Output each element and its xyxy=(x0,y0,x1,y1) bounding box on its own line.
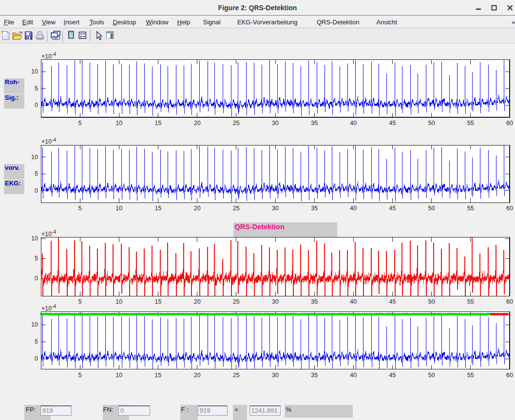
svg-text:30: 30 xyxy=(272,298,279,305)
svg-text:0: 0 xyxy=(35,102,38,109)
svg-text:0: 0 xyxy=(35,355,38,362)
svg-text:60: 60 xyxy=(506,120,513,127)
svg-text:15: 15 xyxy=(155,205,162,212)
svg-text:55: 55 xyxy=(467,120,474,127)
svg-text:55: 55 xyxy=(467,205,474,212)
svg-text:5: 5 xyxy=(35,85,38,92)
svg-text:10: 10 xyxy=(31,154,38,161)
svg-text:25: 25 xyxy=(233,120,240,127)
svg-text:60: 60 xyxy=(506,372,513,379)
svg-text:45: 45 xyxy=(389,372,396,379)
svg-text:25: 25 xyxy=(233,372,240,379)
svg-text:25: 25 xyxy=(233,298,240,305)
svg-text:10: 10 xyxy=(115,120,122,127)
svg-text:5: 5 xyxy=(35,170,38,177)
svg-text:20: 20 xyxy=(194,205,201,212)
svg-text:0: 0 xyxy=(35,187,38,194)
svg-text:5: 5 xyxy=(35,338,38,345)
svg-text:10: 10 xyxy=(31,321,38,328)
svg-text:50: 50 xyxy=(428,120,435,127)
svg-text:0: 0 xyxy=(35,275,38,282)
svg-text:35: 35 xyxy=(311,298,318,305)
svg-text:35: 35 xyxy=(311,120,318,127)
svg-text:35: 35 xyxy=(311,372,318,379)
svg-text:25: 25 xyxy=(233,205,240,212)
svg-text:30: 30 xyxy=(272,372,279,379)
svg-text:15: 15 xyxy=(155,372,162,379)
svg-text:40: 40 xyxy=(350,372,357,379)
svg-text:50: 50 xyxy=(428,298,435,305)
svg-text:×10-4: ×10-4 xyxy=(41,137,57,146)
svg-text:×10-4: ×10-4 xyxy=(41,304,57,312)
svg-text:15: 15 xyxy=(155,298,162,305)
svg-text:50: 50 xyxy=(428,205,435,212)
svg-text:60: 60 xyxy=(506,205,513,212)
svg-text:15: 15 xyxy=(155,120,162,127)
svg-text:45: 45 xyxy=(389,205,396,212)
svg-text:20: 20 xyxy=(194,372,201,379)
svg-text:40: 40 xyxy=(350,205,357,212)
svg-text:20: 20 xyxy=(194,120,201,127)
svg-text:50: 50 xyxy=(428,372,435,379)
svg-text:55: 55 xyxy=(467,298,474,305)
svg-text:10: 10 xyxy=(31,68,38,75)
svg-text:5: 5 xyxy=(78,205,82,212)
svg-text:×10-4: ×10-4 xyxy=(41,52,57,60)
svg-text:40: 40 xyxy=(350,120,357,127)
svg-text:×10-4: ×10-4 xyxy=(41,229,57,237)
svg-text:55: 55 xyxy=(467,372,474,379)
svg-text:5: 5 xyxy=(78,372,82,379)
svg-text:45: 45 xyxy=(389,298,396,305)
svg-text:35: 35 xyxy=(311,205,318,212)
svg-text:30: 30 xyxy=(272,205,279,212)
svg-text:45: 45 xyxy=(389,120,396,127)
svg-text:5: 5 xyxy=(35,255,38,262)
svg-text:40: 40 xyxy=(350,298,357,305)
svg-text:10: 10 xyxy=(115,372,122,379)
svg-text:5: 5 xyxy=(78,298,82,305)
svg-text:10: 10 xyxy=(31,235,38,242)
svg-text:60: 60 xyxy=(506,298,513,305)
svg-text:10: 10 xyxy=(115,298,122,305)
svg-text:20: 20 xyxy=(194,298,201,305)
svg-text:30: 30 xyxy=(272,120,279,127)
svg-text:10: 10 xyxy=(115,205,122,212)
svg-text:5: 5 xyxy=(78,120,82,127)
